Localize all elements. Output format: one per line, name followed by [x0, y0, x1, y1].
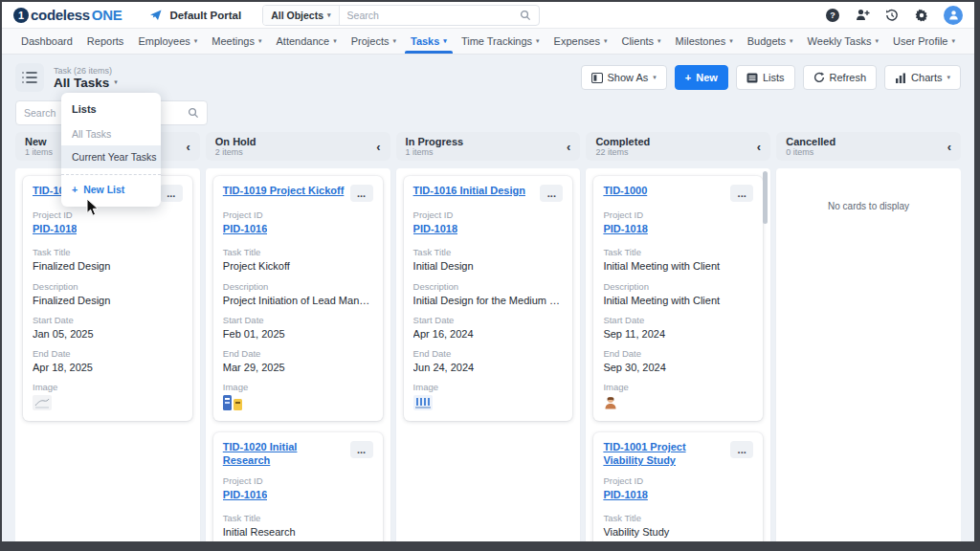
- nav-budgets[interactable]: Budgets▾: [746, 29, 795, 54]
- project-link[interactable]: PID-1018: [413, 222, 457, 235]
- field-label: Task Title: [603, 513, 753, 523]
- charts-button[interactable]: Charts ▾: [884, 65, 961, 90]
- field-label: Start Date: [413, 315, 564, 325]
- dropdown-item-current-year-tasks[interactable]: Current Year Tasks: [61, 145, 161, 168]
- search-scope-dropdown[interactable]: All Objects ▾: [263, 6, 339, 25]
- task-link[interactable]: TID-1019 Project Kickoff: [223, 185, 345, 198]
- app-window: 1 codelessONE Default Portal All Objects…: [0, 0, 980, 551]
- project-link[interactable]: PID-1018: [603, 488, 647, 501]
- collapse-column-icon[interactable]: ‹: [947, 140, 951, 154]
- caret-down-icon: ▾: [333, 37, 337, 45]
- nav-reports[interactable]: Reports: [85, 29, 126, 54]
- field-value: Initial Research: [223, 525, 373, 539]
- nav-user-profile[interactable]: User Profile▾: [891, 29, 957, 54]
- column-header: In Progress 1 items ‹: [396, 132, 581, 161]
- column-title: Completed: [595, 136, 650, 147]
- nav-label: Employees: [138, 35, 189, 47]
- nav-weekly-tasks[interactable]: Weekly Tasks▾: [806, 29, 880, 54]
- card-more-button[interactable]: ...: [350, 441, 373, 458]
- card-more-button[interactable]: ...: [540, 185, 563, 202]
- nav-meetings[interactable]: Meetings▾: [210, 29, 263, 54]
- history-icon[interactable]: [884, 8, 900, 23]
- user-avatar[interactable]: [944, 6, 963, 25]
- nav-time-trackings[interactable]: Time Trackings▾: [459, 29, 542, 54]
- collapse-column-icon[interactable]: ‹: [186, 140, 189, 154]
- task-card[interactable]: TID-1020 Initial Research ... Project ID…: [213, 432, 383, 541]
- field-value: Initial Design for the Medium Load-test …: [413, 294, 564, 307]
- project-link[interactable]: PID-1018: [603, 222, 647, 235]
- column-body: TID-1016 Initial Design ... Project IDPI…: [396, 168, 581, 541]
- portal-selector[interactable]: Default Portal: [148, 8, 241, 23]
- task-link[interactable]: TID-1016 Initial Design: [413, 185, 525, 198]
- card-image-thumbnail[interactable]: [223, 395, 242, 410]
- project-link[interactable]: PID-1018: [33, 222, 77, 235]
- refresh-label: Refresh: [830, 72, 867, 83]
- app-logo[interactable]: 1 codelessONE: [13, 7, 122, 23]
- nav-label: Budgets: [747, 35, 786, 47]
- card-more-button[interactable]: ...: [350, 185, 373, 202]
- task-link[interactable]: TID-1020 Initial Research: [223, 441, 346, 468]
- project-link[interactable]: PID-1016: [223, 222, 267, 235]
- task-link[interactable]: TID-1001 Project Viability Study: [603, 441, 726, 468]
- nav-label: Meetings: [212, 35, 255, 47]
- logo-text-codeless: codeless: [31, 7, 90, 23]
- nav-attendance[interactable]: Attendance▾: [275, 29, 339, 54]
- task-card[interactable]: TID-1000 ... Project IDPID-1018 Task Tit…: [593, 176, 763, 421]
- nav-employees[interactable]: Employees▾: [136, 29, 199, 54]
- card-image-thumbnail[interactable]: [603, 395, 618, 410]
- settings-gear-icon[interactable]: [914, 8, 929, 23]
- project-link[interactable]: PID-1016: [223, 488, 267, 501]
- field-value: Project Kickoff: [223, 259, 373, 273]
- task-card[interactable]: TID-1016 Initial Design ... Project IDPI…: [404, 176, 573, 421]
- caret-down-icon: ▾: [653, 74, 657, 81]
- nav-label: Dashboard: [21, 35, 73, 47]
- nav-label: Weekly Tasks: [808, 35, 872, 47]
- field-label: Description: [603, 281, 753, 292]
- task-card[interactable]: TID-1001 Project Viability Study ... Pro…: [593, 432, 763, 541]
- search-icon: [518, 8, 533, 23]
- nav-label: Milestones: [676, 35, 726, 47]
- nav-projects[interactable]: Projects▾: [349, 29, 398, 54]
- show-as-button[interactable]: Show As ▾: [581, 65, 667, 90]
- column-completed: Completed 22 items ‹ TID-1000 ... Projec…: [586, 132, 770, 541]
- entity-count-label: Task (26 items): [54, 66, 118, 76]
- field-label: Project ID: [603, 209, 753, 220]
- new-list-button[interactable]: + New List: [61, 180, 161, 199]
- caret-down-icon: ▾: [258, 37, 262, 45]
- nav-tasks[interactable]: Tasks▾: [409, 29, 449, 54]
- column-scrollbar[interactable]: [763, 171, 768, 224]
- invite-user-icon[interactable]: [855, 8, 870, 23]
- nav-dashboard[interactable]: Dashboard: [19, 29, 75, 54]
- task-card[interactable]: TID-1019 Project Kickoff ... Project IDP…: [213, 176, 383, 421]
- view-title-dropdown[interactable]: All Tasks ▾: [54, 76, 118, 90]
- refresh-button[interactable]: Refresh: [803, 65, 878, 90]
- card-more-button[interactable]: ...: [730, 185, 753, 202]
- card-image-thumbnail[interactable]: [33, 395, 52, 410]
- field-value: Initial Meeting with Client: [603, 294, 753, 307]
- global-search-input[interactable]: Search: [340, 10, 519, 21]
- field-label: Project ID: [413, 209, 564, 220]
- card-image-thumbnail[interactable]: [413, 395, 433, 410]
- caret-down-icon: ▾: [114, 78, 118, 86]
- card-more-button[interactable]: ...: [160, 185, 183, 202]
- lists-button[interactable]: Lists: [736, 65, 795, 90]
- field-label: Project ID: [223, 209, 373, 220]
- nav-expenses[interactable]: Expenses▾: [552, 29, 610, 54]
- collapse-column-icon[interactable]: ‹: [567, 140, 570, 154]
- new-button[interactable]: + New: [675, 65, 728, 90]
- field-value: Viability Study: [603, 525, 753, 539]
- field-label: Task Title: [223, 247, 373, 257]
- column-title: New: [25, 136, 53, 147]
- dropdown-item-all-tasks[interactable]: All Tasks: [61, 122, 161, 145]
- nav-clients[interactable]: Clients▾: [619, 29, 662, 54]
- field-value: Sep 11, 2024: [603, 327, 753, 341]
- view-list-icon-button[interactable]: [15, 63, 44, 92]
- card-more-button[interactable]: ...: [730, 441, 753, 458]
- nav-milestones[interactable]: Milestones▾: [674, 29, 735, 54]
- field-label: Task Title: [603, 247, 753, 257]
- collapse-column-icon[interactable]: ‹: [757, 140, 761, 154]
- task-card[interactable]: TID-1018 ... Project IDPID-1018 Task Tit…: [23, 176, 192, 421]
- collapse-column-icon[interactable]: ‹: [376, 140, 380, 154]
- help-icon[interactable]: ?: [825, 8, 840, 23]
- task-link[interactable]: TID-1000: [603, 185, 647, 198]
